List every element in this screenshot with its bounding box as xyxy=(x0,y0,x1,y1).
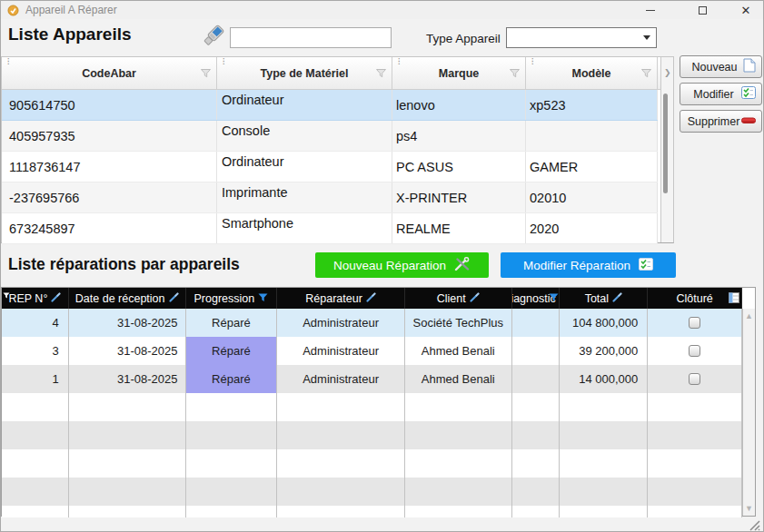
empty-cell xyxy=(69,478,186,506)
cell-type: Imprimante xyxy=(217,182,392,212)
supprimer-button-label: Supprimer xyxy=(686,115,741,128)
nouveau-reparation-button[interactable]: Nouveau Réparation xyxy=(315,252,489,278)
filter-icon[interactable] xyxy=(641,68,651,81)
filter-edit-icon[interactable] xyxy=(612,292,622,305)
nouveau-button[interactable]: Nouveau xyxy=(680,55,762,78)
modifier-reparation-button[interactable]: Modifier Réparation xyxy=(501,252,676,278)
table-row[interactable]: 405957935 Console ps4 xyxy=(2,121,658,152)
minimize-button[interactable] xyxy=(638,1,663,19)
column-label: Type de Matériel xyxy=(260,67,348,80)
filter-active-icon[interactable] xyxy=(549,292,559,305)
empty-row xyxy=(2,393,742,421)
cell-cloture xyxy=(648,337,742,365)
column-drag-handle: ⋮ xyxy=(220,58,227,65)
maximize-button[interactable] xyxy=(690,1,715,19)
cloture-checkbox[interactable] xyxy=(689,317,700,329)
column-header-client[interactable]: Client xyxy=(405,288,512,309)
filter-icon[interactable] xyxy=(376,68,386,81)
column-label: Total xyxy=(585,292,609,305)
empty-cell xyxy=(560,393,648,421)
modifier-button[interactable]: Modifier xyxy=(680,83,762,105)
cell-rep: 1 xyxy=(2,365,69,393)
empty-cell xyxy=(2,393,69,421)
column-label: Modèle xyxy=(571,67,610,80)
empty-cell xyxy=(648,506,742,517)
empty-cell xyxy=(405,478,512,506)
column-label: Marque xyxy=(439,67,479,80)
table-row[interactable]: 673245897 Smartphone REALME 2020 xyxy=(2,213,658,244)
search-input[interactable] xyxy=(230,27,392,48)
table-row[interactable]: 3 31-08-2025 Réparé Administrateur Ahmed… xyxy=(2,337,742,365)
cell-rep: 3 xyxy=(2,337,69,365)
column-header-marque[interactable]: ⋮ Marque xyxy=(392,57,526,89)
cell-total: 104 800,000 xyxy=(560,309,648,337)
scroll-down-icon[interactable]: ▼ xyxy=(745,504,753,513)
cell-codeabar: 673245897 xyxy=(2,213,217,243)
chevron-down-icon xyxy=(643,35,650,40)
filter-edit-icon[interactable] xyxy=(366,292,376,305)
table-row[interactable]: 1118736147 Ordinateur PC ASUS GAMER xyxy=(2,152,658,182)
empty-cell xyxy=(277,449,405,478)
vertical-scrollbar[interactable]: ❯ xyxy=(660,57,673,242)
column-header-modele[interactable]: ⋮ Modèle xyxy=(526,57,658,89)
column-chooser-icon[interactable] xyxy=(729,292,739,306)
empty-row xyxy=(2,506,742,517)
resize-grip[interactable] xyxy=(748,518,760,532)
scrollbar-thumb[interactable] xyxy=(663,94,668,193)
nouveau-button-label: Nouveau xyxy=(686,61,743,74)
type-appareil-label: Type Appareil xyxy=(426,32,501,45)
filter-icon[interactable] xyxy=(510,68,520,81)
minimize-icon xyxy=(646,10,655,11)
column-header-total[interactable]: Total xyxy=(560,288,648,309)
cell-marque: X-PRINTER xyxy=(392,182,526,212)
cell-type: Smartphone xyxy=(217,213,392,243)
column-header-cloture[interactable]: Clôturé xyxy=(648,288,742,309)
cell-type: Ordinateur xyxy=(217,152,392,182)
close-button[interactable]: ✕ xyxy=(733,1,759,19)
empty-cell xyxy=(277,506,405,517)
cell-progression: Réparé xyxy=(186,309,278,337)
column-header-type[interactable]: ⋮ Type de Matériel xyxy=(217,57,392,89)
supprimer-button[interactable]: Supprimer xyxy=(680,110,762,133)
column-header-reparateur[interactable]: Réparateur xyxy=(277,288,405,309)
table-row[interactable]: 905614750 Ordinateur lenovo xp523 xyxy=(2,90,658,121)
modifier-reparation-label: Modifier Réparation xyxy=(523,259,630,272)
table-row[interactable]: 1 31-08-2025 Réparé Administrateur Ahmed… xyxy=(2,365,742,393)
column-label: CodeAbar xyxy=(82,67,136,80)
filter-edit-icon[interactable] xyxy=(169,292,179,305)
type-appareil-select[interactable] xyxy=(506,27,657,48)
cell-date: 31-08-2025 xyxy=(69,309,186,337)
cell-client: Société TechPlus xyxy=(405,309,512,337)
filter-edit-icon[interactable] xyxy=(51,292,61,305)
filter-active-icon[interactable] xyxy=(258,292,268,305)
column-header-date[interactable]: Date de réception xyxy=(69,288,186,309)
column-header-progression[interactable]: Progression xyxy=(186,288,278,309)
cloture-checkbox[interactable] xyxy=(689,345,700,357)
cell-marque: REALME xyxy=(392,213,526,243)
column-header-rep[interactable]: REP N° xyxy=(2,288,69,309)
cell-progression: Réparé xyxy=(186,365,278,393)
reparations-heading: Liste réparations par appareils xyxy=(8,255,240,274)
cell-codeabar: 405957935 xyxy=(2,121,217,151)
filter-edit-icon[interactable] xyxy=(470,292,480,305)
column-header-diagnostic[interactable]: Diagnostic xyxy=(512,288,561,309)
delete-icon xyxy=(741,115,756,128)
app-icon xyxy=(7,4,19,20)
cloture-checkbox[interactable] xyxy=(689,373,700,385)
appareils-heading: Liste Appareils xyxy=(8,25,132,44)
empty-cell xyxy=(512,393,561,421)
empty-cell xyxy=(512,506,561,517)
table-row[interactable]: 4 31-08-2025 Réparé Administrateur Socié… xyxy=(2,309,742,337)
cell-codeabar: 1118736147 xyxy=(2,152,217,182)
filter-icon[interactable] xyxy=(201,68,211,81)
cell-date: 31-08-2025 xyxy=(69,337,186,365)
column-header-codeabar[interactable]: ⋮ CodeAbar xyxy=(2,57,217,89)
empty-cell xyxy=(405,421,512,449)
cell-reparateur: Administrateur xyxy=(277,337,405,365)
scroll-up-icon[interactable]: ▲ xyxy=(745,311,753,320)
column-label: REP N° xyxy=(8,292,47,305)
empty-cell xyxy=(560,449,648,478)
vertical-scrollbar[interactable]: ▲ ▼ xyxy=(742,309,755,516)
titlebar: Appareil A Réparer ✕ xyxy=(1,1,763,19)
table-row[interactable]: -237695766 Imprimante X-PRINTER 02010 xyxy=(2,182,658,213)
